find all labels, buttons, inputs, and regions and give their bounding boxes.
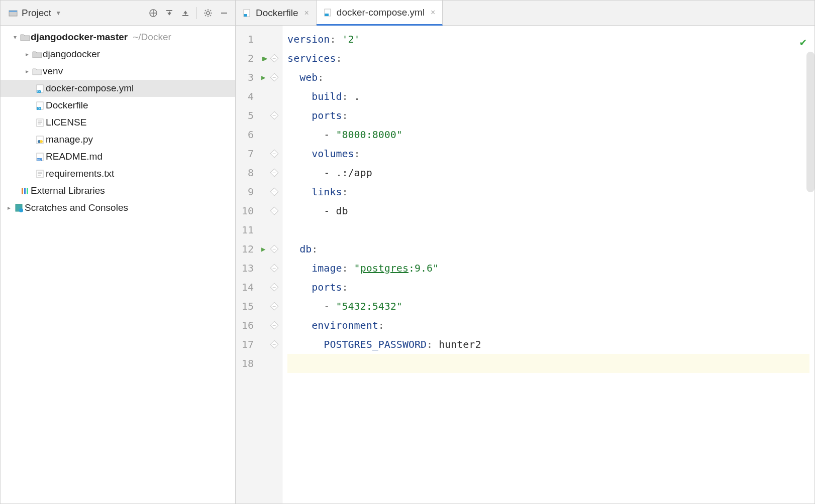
fold-toggle[interactable] (270, 54, 279, 63)
code-line[interactable]: ports: (287, 106, 809, 125)
fold-toggle[interactable] (270, 150, 279, 158)
tree-file-dockerfile[interactable]: D Dockerfile (1, 97, 235, 114)
code-line[interactable]: web: (287, 68, 809, 87)
project-toolbar: Project ▼ (1, 1, 235, 26)
code-line[interactable]: volumes: (287, 144, 809, 163)
select-opened-file-button[interactable] (146, 6, 160, 20)
docker-compose-file-icon (324, 9, 333, 17)
fold-toggle[interactable] (270, 207, 279, 215)
code-line[interactable]: ports: (287, 278, 809, 297)
fold-toggle[interactable] (270, 264, 279, 273)
code-line[interactable]: - "8000:8000" (287, 125, 809, 144)
svg-rect-45 (244, 14, 247, 17)
svg-rect-1 (9, 11, 17, 12)
folder-icon (20, 33, 31, 41)
chevron-right-icon: ▸ (23, 51, 32, 58)
expand-all-button[interactable] (162, 6, 176, 20)
project-view-selector[interactable]: Project ▼ (5, 6, 65, 21)
project-icon (9, 9, 18, 17)
chevron-right-icon: ▸ (23, 68, 32, 75)
fold-toggle[interactable] (270, 245, 279, 254)
code-line[interactable]: - db (287, 201, 809, 220)
code-line[interactable]: services: (287, 49, 809, 68)
code-editor[interactable]: 123456789101112131415161718 ▶▶▶▶ ✔ versi… (236, 26, 814, 503)
vertical-scrollbar[interactable] (806, 52, 814, 192)
markdown-file-icon: MD (35, 152, 46, 161)
chevron-down-icon: ▼ (55, 10, 61, 17)
code-line[interactable]: links: (287, 182, 809, 201)
fold-toggle[interactable] (270, 340, 279, 349)
code-line[interactable]: image: "postgres:9.6" (287, 259, 809, 278)
code-line[interactable]: db: (287, 239, 809, 259)
dockerfile-icon (243, 9, 252, 17)
tree-scratches[interactable]: ▸ Scratches and Consoles (1, 199, 235, 216)
svg-point-9 (207, 12, 210, 15)
tree-file-manage-py[interactable]: manage.py (1, 131, 235, 148)
code-line[interactable] (287, 354, 809, 373)
editor-tabs: Dockerfile × docker-compose.yml × (236, 1, 814, 26)
python-file-icon (35, 135, 46, 144)
check-icon: ✔ (800, 33, 806, 52)
code-line[interactable]: build: . (287, 87, 809, 106)
hide-button[interactable] (217, 6, 231, 20)
code-line[interactable]: environment: (287, 316, 809, 335)
fold-toggle[interactable] (270, 321, 279, 330)
collapse-all-button[interactable] (178, 6, 192, 20)
code-line[interactable]: - "5432:5432" (287, 297, 809, 316)
fold-toggle[interactable] (270, 188, 279, 196)
svg-line-17 (210, 10, 211, 11)
docker-compose-file-icon: DC (35, 84, 46, 93)
line-numbers: 123456789101112131415161718 (242, 30, 257, 499)
fold-toggle[interactable] (270, 283, 279, 292)
tree-file-readme[interactable]: MD README.md (1, 148, 235, 165)
code-line[interactable] (287, 220, 809, 239)
project-title: Project (22, 8, 51, 19)
tab-label: docker-compose.yml (337, 7, 425, 18)
svg-text:DC: DC (37, 90, 42, 93)
chevron-down-icon: ▾ (11, 34, 20, 41)
code-line[interactable]: POSTGRES_PASSWORD: hunter2 (287, 335, 809, 354)
svg-rect-41 (27, 188, 28, 194)
svg-rect-40 (24, 188, 26, 194)
run-service-icon[interactable]: ▶ (261, 68, 265, 87)
tree-folder-djangodocker[interactable]: ▸ djangodocker (1, 46, 235, 63)
svg-point-31 (40, 140, 43, 143)
close-icon[interactable]: × (431, 8, 435, 17)
run-services-icon[interactable]: ▶▶ (262, 49, 265, 68)
tree-file-requirements[interactable]: requirements.txt (1, 165, 235, 182)
run-service-icon[interactable]: ▶ (261, 239, 265, 259)
svg-point-43 (19, 208, 23, 212)
svg-line-14 (205, 10, 206, 11)
code-line[interactable]: version: '2' (287, 30, 809, 49)
chevron-right-icon: ▸ (5, 204, 14, 211)
toolbar-separator (196, 7, 197, 19)
tree-folder-venv[interactable]: ▸ venv (1, 63, 235, 80)
tree-file-docker-compose[interactable]: DC docker-compose.yml (1, 80, 235, 97)
gear-icon[interactable] (201, 6, 215, 20)
svg-line-15 (210, 15, 211, 16)
tree-external-libraries[interactable]: External Libraries (1, 182, 235, 199)
editor-gutter: 123456789101112131415161718 ▶▶▶▶ (236, 26, 282, 503)
code-body[interactable]: ✔ version: '2'services: web: build: . po… (282, 26, 814, 503)
gutter-fold-column (270, 30, 279, 499)
project-root-node[interactable]: ▾ djangodocker-master ~/Docker (1, 29, 235, 46)
libraries-icon (20, 186, 31, 195)
scratches-icon (14, 203, 25, 212)
code-line[interactable]: - .:/app (287, 163, 809, 182)
tab-dockerfile[interactable]: Dockerfile × (236, 1, 317, 25)
editor-pane: Dockerfile × docker-compose.yml × 123456… (236, 1, 814, 503)
project-tool-window: Project ▼ ▾ (1, 1, 236, 503)
svg-rect-47 (325, 14, 329, 16)
dockerfile-icon: D (35, 101, 46, 110)
tab-label: Dockerfile (256, 8, 298, 19)
fold-toggle[interactable] (270, 73, 279, 82)
fold-toggle[interactable] (270, 302, 279, 311)
svg-rect-39 (22, 188, 23, 194)
tab-docker-compose[interactable]: docker-compose.yml × (317, 1, 443, 26)
fold-toggle[interactable] (270, 169, 279, 177)
close-icon[interactable]: × (304, 9, 309, 18)
svg-text:D: D (38, 107, 40, 110)
project-tree[interactable]: ▾ djangodocker-master ~/Docker ▸ djangod… (1, 26, 235, 503)
fold-toggle[interactable] (270, 111, 279, 120)
tree-file-license[interactable]: LICENSE (1, 114, 235, 131)
